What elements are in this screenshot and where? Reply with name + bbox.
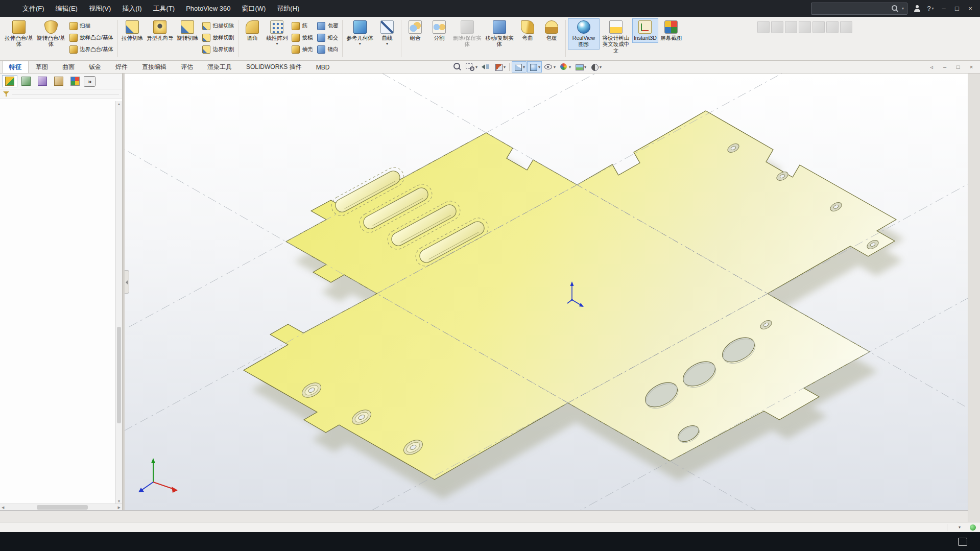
tab-solidworks-addins[interactable]: SOLIDWORKS 插件 [239,61,309,73]
apply-scene-button[interactable]: ▾ [573,61,588,73]
mirror-button[interactable]: 镜向 [315,44,340,55]
wrap-feature-button[interactable]: 包覆 [540,18,563,43]
tree-filter-bar[interactable] [0,89,122,99]
swept-cut-button[interactable]: 扫描切除 [200,21,236,31]
close-button[interactable]: × [964,2,977,15]
revolved-cut-button[interactable]: 旋转切除 [175,18,200,43]
doc-restore-button[interactable]: □ [952,62,964,72]
tab-surfaces[interactable]: 曲面 [55,61,82,73]
wrap-button[interactable]: 包覆 [315,21,340,31]
revolved-boss-button[interactable]: 旋转凸台/基体 [35,18,67,50]
menu-file[interactable]: 文件(F) [17,0,50,17]
notification-center-icon[interactable] [958,538,967,546]
lofted-cut-button[interactable]: 放样切割 [200,33,236,43]
help-button[interactable]: ?▾ [924,2,937,15]
user-account-button[interactable] [911,2,924,15]
tab-evaluate[interactable]: 评估 [174,61,200,73]
search-icon[interactable] [892,5,899,12]
previous-view-button[interactable] [480,61,492,73]
menu-window[interactable]: 窗口(W) [236,0,271,17]
display-style-button[interactable]: ▾ [527,61,542,73]
tab-weldments[interactable]: 焊件 [108,61,135,73]
configurationmanager-tab[interactable] [35,75,50,87]
screen-capture-button[interactable]: 屏幕截图 [659,18,683,43]
menu-view[interactable]: 视图(V) [83,0,116,17]
minimize-button[interactable]: – [937,2,950,15]
view-orientation-button[interactable]: ▾ [512,61,527,73]
tree-vertical-scrollbar[interactable]: ▲ ▼ [115,101,122,504]
extruded-boss-button[interactable]: 拉伸凸台/基体 [3,18,35,50]
draft-button[interactable]: 拔模 [290,33,315,43]
hide-show-items-button[interactable]: ▾ [542,61,557,73]
graphics-viewport[interactable] [125,74,968,511]
panel-collapse-handle[interactable] [125,270,129,294]
tab-mbd[interactable]: MBD [309,61,337,73]
caret-down-icon: ▾ [584,65,586,69]
tree-translate-button[interactable]: 将设计树由英文改成中文 [600,18,632,56]
filter-funnel-icon[interactable] [3,91,9,97]
propertymanager-tab[interactable] [18,75,34,87]
lofted-boss-button[interactable]: 放样凸台/基体 [67,33,115,43]
tab-features[interactable]: 特征 [2,61,29,73]
curves-button[interactable]: 曲线▾ [375,18,399,48]
command-search[interactable]: ▾ [811,3,907,15]
menu-tools[interactable]: 工具(T) [148,0,181,17]
mirror-icon [317,45,325,54]
extruded-cut-button[interactable]: 拉伸切除 [120,18,145,43]
menu-photoview-360[interactable]: PhotoView 360 [180,0,236,17]
boundary-cut-button[interactable]: 边界切割 [200,44,236,55]
search-caret-icon[interactable]: ▾ [902,6,904,11]
vertical-scroll-thumb[interactable] [117,327,121,423]
reference-geometry-button[interactable]: 参考几何体▾ [345,18,375,48]
section-view-button[interactable]: ▾ [492,61,507,73]
featuremanager-tab[interactable] [2,75,17,87]
dimxpert-tab[interactable] [51,75,66,87]
rib-button[interactable]: 筋 [290,21,315,31]
hole-wizard-button[interactable]: 异型孔向导 [145,18,175,43]
user-icon [914,5,921,12]
displaymanager-tab[interactable] [67,75,83,87]
linear-pattern-button[interactable]: 线性阵列▾ [265,18,289,48]
scroll-up-icon[interactable]: ▲ [117,102,121,106]
flex-button[interactable]: 弯曲 [516,18,539,43]
doc-close-button[interactable]: × [966,62,977,72]
fillet-button[interactable]: 圆角 [241,18,264,43]
view-settings-button[interactable]: ▾ [588,61,603,73]
restore-button[interactable]: □ [950,2,964,15]
search-input[interactable] [815,5,889,13]
menu-edit[interactable]: 编辑(E) [50,0,83,17]
realview-graphics-button[interactable]: RealView 图形 [568,18,600,50]
tab-sketch[interactable]: 草图 [29,61,55,73]
zoom-area-button[interactable]: ▾ [464,61,479,73]
scroll-down-icon[interactable]: ▼ [117,499,121,503]
zoom-fit-button[interactable] [451,61,464,73]
panel-flyout-button[interactable]: » [84,76,95,87]
tray-expand-icon[interactable] [934,541,940,542]
boundary-boss-button[interactable]: 边界凸台/基体 [67,44,115,55]
shell-button[interactable]: 抽壳 [290,44,315,55]
graphics-canvas[interactable] [125,74,968,511]
doc-prev-window-button[interactable]: ◃ [926,62,937,72]
tab-render-tools[interactable]: 渲染工具 [200,61,239,73]
tab-direct-editing[interactable]: 直接编辑 [135,61,174,73]
move-copy-body-button[interactable]: 移动/复制实体 [484,18,515,50]
instant3d-button[interactable]: Instant3D [632,18,658,43]
ribbon-group: 拉伸切除异型孔向导旋转切除扫描切除放样切割边界切割 [119,18,237,59]
menu-help[interactable]: 帮助(H) [271,0,305,17]
minimize-glyph: – [942,5,945,12]
menu-insert[interactable]: 插入(I) [116,0,147,17]
combine-button[interactable]: 组合 [403,18,427,43]
units-selector[interactable]: ▾ [957,525,961,530]
edit-appearance-button[interactable]: ▾ [558,61,572,73]
scroll-left-icon[interactable]: ◀ [2,506,4,510]
help-glyph: ? [927,5,930,12]
horizontal-scroll-thumb[interactable] [37,505,88,510]
tree-horizontal-scrollbar[interactable]: ◀ ▶ [0,504,122,511]
ribbon-group: 圆角线性阵列▾筋拔模抽壳包覆相交镜向 [240,18,341,59]
scroll-right-icon[interactable]: ▶ [118,506,121,510]
swept-boss-button[interactable]: 扫描 [67,21,115,31]
split-button[interactable]: 分割 [427,18,451,43]
intersect-button[interactable]: 相交 [315,33,340,43]
tab-sheet-metal[interactable]: 钣金 [82,61,108,73]
doc-minimize-button[interactable]: – [939,62,950,72]
